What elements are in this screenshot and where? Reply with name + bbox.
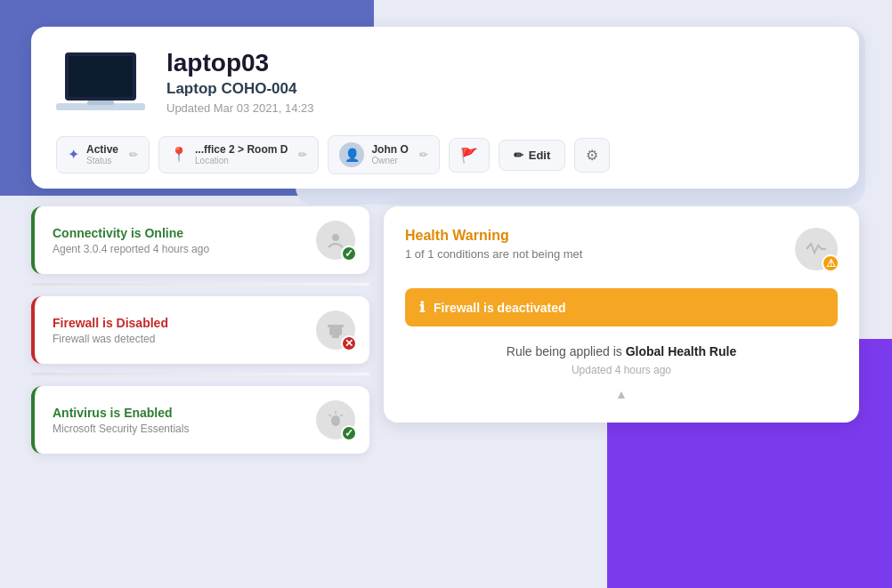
antivirus-description: Microsoft Security Essentials	[53, 423, 189, 435]
content-row: Connectivity is Online Agent 3.0.4 repor…	[31, 206, 859, 454]
health-icon-wrap: ⚠	[795, 228, 838, 270]
settings-button[interactable]: ⚙	[574, 138, 610, 173]
edit-label: Edit	[529, 149, 551, 162]
location-icon: 📍	[170, 146, 188, 163]
location-info: ...ffice 2 > Room D Location	[195, 143, 288, 166]
status-pill[interactable]: ✦ Active Status ✏	[56, 136, 150, 173]
owner-edit-icon: ✏	[419, 149, 428, 161]
main-container: laptop03 Laptop COHO-004 Updated Mar 03 …	[31, 27, 859, 454]
firewall-warning-text: Firewall is deactivated	[434, 301, 566, 315]
health-titles: Health Warning 1 of 1 conditions are not…	[405, 228, 582, 261]
location-label: Location	[195, 156, 288, 166]
device-header: laptop03 Laptop COHO-004 Updated Mar 03 …	[56, 48, 834, 119]
divider-2	[31, 373, 369, 375]
firewall-title: Firewall is Disabled	[53, 316, 168, 330]
gear-icon: ⚙	[586, 148, 598, 163]
firewall-card: Firewall is Disabled Firewall was detect…	[31, 296, 369, 364]
status-column: Connectivity is Online Agent 3.0.4 repor…	[31, 206, 369, 454]
location-edit-icon: ✏	[298, 149, 307, 161]
svg-rect-1	[69, 56, 133, 97]
antivirus-icon-wrap: ✓	[316, 400, 355, 439]
owner-label: Owner	[371, 156, 408, 166]
firewall-description: Firewall was detected	[53, 333, 168, 345]
rule-prefix: Rule being applied is	[507, 344, 622, 358]
status-icon: ✦	[68, 146, 79, 163]
firewall-badge: ✕	[341, 335, 357, 351]
antivirus-badge: ✓	[341, 425, 357, 441]
scroll-up-indicator[interactable]: ▲	[405, 387, 838, 401]
svg-rect-8	[328, 325, 344, 327]
status-value: Active	[86, 143, 118, 156]
rule-updated: Updated 4 hours ago	[405, 364, 838, 376]
rule-text: Rule being applied is Global Health Rule	[405, 344, 838, 358]
health-panel: Health Warning 1 of 1 conditions are not…	[384, 206, 859, 423]
svg-point-5	[332, 234, 339, 241]
edit-pencil-icon: ✏	[514, 149, 523, 162]
status-edit-icon: ✏	[129, 149, 138, 161]
owner-pill[interactable]: 👤 John O Owner ✏	[328, 135, 439, 174]
device-name: laptop03	[166, 48, 314, 78]
antivirus-title: Antivirus is Enabled	[53, 406, 189, 420]
antivirus-card: Antivirus is Enabled Microsoft Security …	[31, 386, 369, 454]
location-value: ...ffice 2 > Room D	[195, 143, 288, 156]
firewall-icon-wrap: ✕	[316, 310, 355, 350]
divider-1	[31, 283, 369, 286]
firewall-text: Firewall is Disabled Firewall was detect…	[53, 316, 168, 345]
location-pill[interactable]: 📍 ...ffice 2 > Room D Location ✏	[158, 136, 319, 173]
laptop-icon	[56, 48, 145, 119]
svg-point-11	[331, 415, 340, 426]
svg-rect-3	[87, 101, 114, 105]
connectivity-title: Connectivity is Online	[53, 226, 209, 240]
flag-button[interactable]: 🚩	[449, 138, 490, 173]
owner-avatar: 👤	[339, 142, 364, 167]
connectivity-badge: ✓	[341, 246, 357, 262]
warning-circle-icon: ℹ	[419, 299, 425, 316]
device-updated: Updated Mar 03 2021, 14:23	[166, 101, 314, 115]
svg-rect-9	[332, 335, 339, 338]
connectivity-card: Connectivity is Online Agent 3.0.4 repor…	[31, 206, 369, 274]
health-title: Health Warning	[405, 228, 582, 244]
status-label: Status	[86, 156, 118, 166]
device-card: laptop03 Laptop COHO-004 Updated Mar 03 …	[31, 27, 859, 189]
edit-button[interactable]: ✏ Edit	[499, 140, 566, 171]
health-header: Health Warning 1 of 1 conditions are not…	[405, 228, 838, 270]
connectivity-icon-wrap: ✓	[316, 221, 355, 260]
svg-rect-7	[329, 326, 342, 335]
owner-value: John O	[371, 143, 408, 156]
device-meta: ✦ Active Status ✏ 📍 ...ffice 2 > Room D …	[56, 135, 834, 174]
health-warning-badge: ⚠	[822, 254, 839, 272]
owner-info: John O Owner	[371, 143, 408, 166]
health-subtitle: 1 of 1 conditions are not being met	[405, 247, 582, 261]
device-info: laptop03 Laptop COHO-004 Updated Mar 03 …	[166, 48, 314, 115]
firewall-warning-banner: ℹ Firewall is deactivated	[405, 288, 838, 326]
status-info: Active Status	[86, 143, 118, 166]
connectivity-text: Connectivity is Online Agent 3.0.4 repor…	[53, 226, 209, 255]
antivirus-text: Antivirus is Enabled Microsoft Security …	[53, 406, 189, 435]
device-model: Laptop COHO-004	[166, 80, 314, 98]
connectivity-description: Agent 3.0.4 reported 4 hours ago	[53, 243, 209, 255]
rule-name: Global Health Rule	[626, 344, 736, 358]
